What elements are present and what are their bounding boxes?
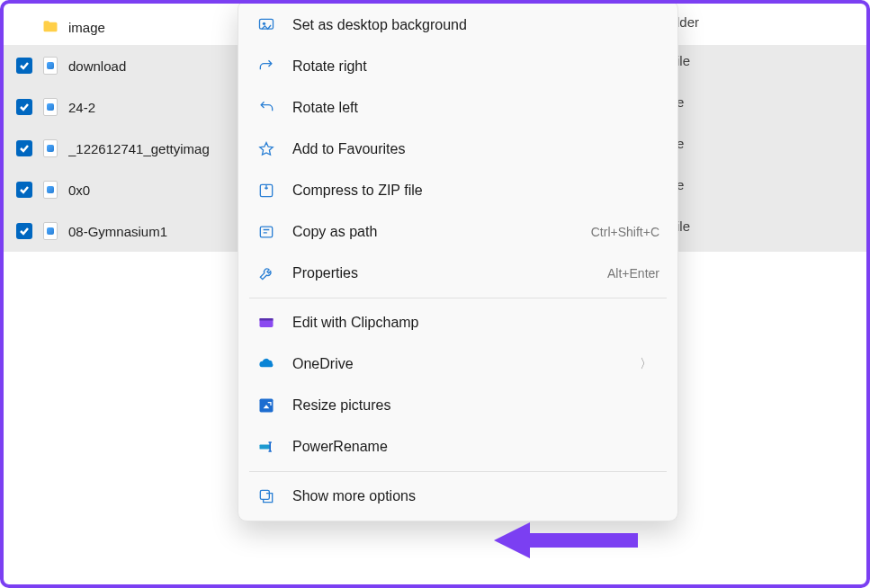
- annotation-arrow-icon: [494, 518, 638, 566]
- zip-icon: [256, 181, 276, 200]
- resize-icon: [256, 396, 276, 415]
- chevron-right-icon: 〉: [640, 356, 659, 372]
- menu-powerrename[interactable]: PowerRename: [238, 426, 677, 468]
- svg-rect-8: [260, 490, 269, 499]
- menu-clipchamp[interactable]: Edit with Clipchamp: [238, 302, 677, 343]
- menu-rotate-right[interactable]: Rotate right: [238, 46, 677, 87]
- copy-path-icon: [256, 222, 276, 242]
- folder-icon: [41, 18, 59, 36]
- checkbox-checked-icon[interactable]: [16, 140, 32, 156]
- menu-shortcut: Alt+Enter: [607, 266, 659, 281]
- menu-label: Show more options: [292, 488, 659, 504]
- star-icon: [256, 139, 276, 159]
- file-type: ile: [677, 218, 690, 234]
- onedrive-icon: [256, 354, 276, 374]
- checkbox-checked-icon[interactable]: [16, 58, 32, 74]
- svg-rect-3: [260, 227, 272, 237]
- menu-label: Add to Favourites: [292, 141, 659, 157]
- menu-properties[interactable]: Properties Alt+Enter: [238, 253, 677, 294]
- checkbox-icon[interactable]: [16, 19, 32, 35]
- clipchamp-icon: [256, 313, 276, 333]
- file-type-column: lder ile e e e ile: [677, 4, 699, 246]
- menu-resize-pictures[interactable]: Resize pictures: [238, 385, 677, 426]
- image-file-icon: [41, 98, 59, 116]
- wrench-icon: [256, 263, 276, 283]
- menu-onedrive[interactable]: OneDrive 〉: [238, 343, 677, 385]
- menu-copy-path[interactable]: Copy as path Ctrl+Shift+C: [238, 211, 677, 253]
- menu-label: OneDrive: [292, 356, 623, 372]
- menu-rotate-left[interactable]: Rotate left: [238, 87, 677, 129]
- checkbox-checked-icon[interactable]: [16, 99, 32, 115]
- more-options-icon: [256, 486, 276, 506]
- image-file-icon: [41, 57, 59, 75]
- menu-add-favourites[interactable]: Add to Favourites: [238, 129, 677, 170]
- image-file-icon: [41, 222, 59, 240]
- menu-label: Compress to ZIP file: [292, 183, 659, 199]
- menu-label: Rotate left: [292, 100, 659, 116]
- rotate-right-icon: [256, 57, 276, 76]
- svg-point-1: [263, 22, 265, 25]
- menu-label: Edit with Clipchamp: [292, 315, 659, 331]
- menu-label: PowerRename: [292, 439, 659, 455]
- file-type: ile: [677, 53, 690, 68]
- desktop-bg-icon: [256, 15, 276, 35]
- svg-rect-5: [260, 318, 274, 321]
- checkbox-checked-icon[interactable]: [16, 182, 32, 198]
- menu-label: Set as desktop background: [292, 17, 659, 33]
- svg-rect-7: [260, 445, 271, 450]
- context-menu: Set as desktop background Rotate right R…: [238, 0, 678, 521]
- image-file-icon: [41, 139, 59, 157]
- menu-label: Resize pictures: [292, 397, 659, 414]
- rotate-left-icon: [256, 98, 276, 118]
- menu-divider: [249, 471, 667, 472]
- menu-label: Properties: [292, 265, 591, 281]
- powerrename-icon: [256, 437, 276, 457]
- menu-compress-zip[interactable]: Compress to ZIP file: [238, 170, 677, 211]
- menu-divider: [249, 298, 667, 298]
- menu-shortcut: Ctrl+Shift+C: [591, 225, 659, 239]
- menu-set-desktop-bg[interactable]: Set as desktop background: [238, 4, 677, 46]
- checkbox-checked-icon[interactable]: [16, 223, 32, 239]
- file-type: lder: [677, 14, 699, 30]
- menu-label: Rotate right: [292, 58, 659, 75]
- menu-show-more-options[interactable]: Show more options: [238, 476, 677, 517]
- image-file-icon: [41, 181, 59, 199]
- menu-label: Copy as path: [292, 224, 575, 240]
